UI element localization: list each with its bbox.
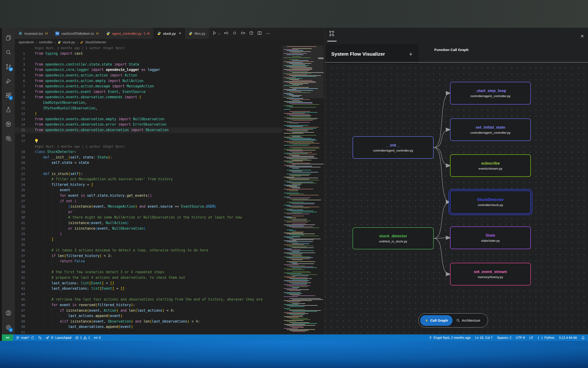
code-line[interactable]: 31 isinstance(event, NullAction) [15, 220, 282, 226]
graph-node-set_event_stream[interactable]: set_event_streammemory/history.py [450, 263, 531, 285]
tab-invariant-tsx[interactable]: Invariant.tsx M [15, 28, 52, 39]
graph-node-start_step_loop[interactable]: _start_step_loopcontroller/agent_control… [450, 82, 531, 104]
timeline-icon[interactable] [249, 31, 254, 36]
launchpad-item[interactable]: Launchpad [46, 336, 71, 340]
breadcrumb-item[interactable]: controller [39, 40, 53, 44]
code-line[interactable]: 25 event [15, 187, 282, 193]
tab-usescrolltobottom-ts[interactable]: TS useScrollToBottom.ts M [52, 28, 103, 39]
graph-canvas[interactable]: Call Graph Architecture __init__controll… [325, 63, 588, 334]
code-line[interactable]: 1from typing import cast [15, 51, 282, 56]
code-line[interactable]: 48 last_actions.append(event) [15, 313, 282, 319]
code-line[interactable]: 10 CmdOutputObservation, [15, 100, 282, 106]
code-line[interactable]: 35 [15, 242, 282, 248]
code-line[interactable]: 44 [15, 292, 282, 297]
code-line[interactable]: 5from opendevin.events.action.action imp… [15, 73, 282, 78]
python-version[interactable]: 3.12.4 64-bit [559, 336, 577, 340]
code-line[interactable]: 11 IPythonRunCellObservation, [15, 106, 282, 111]
breadcrumb-item[interactable]: opendevin [18, 40, 34, 44]
run-dropdown-icon[interactable]: ⌄ [218, 32, 220, 35]
code-line[interactable]: 41 # prepare the last 4 actions and obse… [15, 275, 282, 281]
code-line[interactable]: 12) [15, 111, 282, 117]
git-branch-item[interactable]: main* [16, 336, 34, 340]
ports-item[interactable]: 0 [94, 336, 101, 340]
code-line[interactable]: 2 [15, 56, 282, 62]
testing-icon[interactable] [3, 102, 14, 117]
tab-files-py[interactable]: files.py [185, 28, 209, 39]
flow-panel-tab-icon[interactable] [328, 30, 336, 38]
graph-node-init[interactable]: __init__controller/agent_controller.py [352, 136, 434, 159]
flow-extension-icon[interactable] [3, 117, 14, 131]
minimap[interactable] [282, 46, 324, 333]
code-line[interactable]: 6from opendevin.events.action.empty impo… [15, 78, 282, 84]
code-line[interactable]: 14from opendevin.events.observation.erro… [15, 122, 282, 128]
git-compare-item[interactable] [38, 336, 42, 340]
code-line[interactable]: 17 [15, 138, 282, 144]
code-line[interactable]: 50 last_observations.append(event) [15, 324, 282, 330]
code-line[interactable]: 23 # filter out MessageAction with sourc… [15, 177, 282, 182]
breadcrumb[interactable]: opendevin › controller › stuck.py › Stuc… [15, 39, 325, 46]
extensions-icon[interactable]: 1 [3, 88, 14, 102]
code-line[interactable]: 19 def __init__(self, state: State): [15, 155, 282, 160]
code-line[interactable]: 49 elif isinstance(event, Observation) a… [15, 319, 282, 324]
run-debug-icon[interactable] [3, 74, 14, 88]
notifications-bell-icon[interactable] [581, 336, 585, 340]
add-graph-button[interactable]: + [409, 51, 412, 58]
code-line[interactable]: 7from opendevin.events.action.message im… [15, 84, 282, 89]
code-line[interactable]: 51 [15, 330, 282, 334]
code-line[interactable]: 30 # there might be some NullAction or N… [15, 215, 282, 220]
run-button[interactable] [212, 31, 217, 36]
tab-stuck-py[interactable]: stuck.py × [153, 28, 185, 39]
remote-indicator[interactable]: >< [2, 334, 13, 341]
tab-agent-controller-py[interactable]: agent_controller.py 2, M [103, 28, 153, 39]
search-icon[interactable] [3, 45, 14, 59]
problems-item[interactable]: 1 1 [75, 336, 90, 340]
code-line[interactable]: 24 filtered_history = [ [15, 182, 282, 188]
eol[interactable]: LF [529, 336, 533, 340]
code-line[interactable]: 46 for event in reversed(filtered_histor… [15, 303, 282, 308]
blame-item[interactable]: Engel Nyst, 2 months ago [429, 336, 471, 340]
call-graph-toggle-button[interactable]: Call Graph [420, 315, 453, 326]
code-line[interactable]: 21 [15, 166, 282, 171]
code-line[interactable]: 8from opendevin.events.event import Even… [15, 89, 282, 95]
prev-change-icon[interactable] [224, 31, 229, 36]
code-line[interactable]: 26 for event in self.state.history.get_e… [15, 193, 282, 199]
code-line[interactable]: 36 # it takes 3 actions minimum to detec… [15, 248, 282, 253]
code-line[interactable]: 39 [15, 264, 282, 270]
code-line[interactable]: 28 (isinstance(event, MessageAction) and… [15, 204, 282, 210]
code-line[interactable]: 47 if isinstance(event, Action) and len(… [15, 308, 282, 313]
code-line[interactable]: 38 return False [15, 259, 282, 264]
tab-close-icon[interactable]: × [179, 31, 181, 36]
code-line[interactable]: 37 if len(filtered_history) < 3: [15, 253, 282, 259]
code-line[interactable]: 40 # the first few scenarios detect 3 or… [15, 269, 282, 275]
explorer-icon[interactable] [3, 31, 14, 45]
breadcrumb-item[interactable]: stuck.py [63, 40, 75, 44]
encoding[interactable]: UTF-8 [516, 336, 525, 340]
architecture-toggle-button[interactable]: Architecture [453, 318, 484, 322]
language-mode[interactable]: { } Python [537, 336, 554, 340]
code-line[interactable]: 42 last_actions: list[Event] = [] [15, 281, 282, 286]
code-line[interactable]: 3from opendevin.controller.state.state i… [15, 62, 282, 67]
code-line[interactable]: 9from opendevin.events.observation.comma… [15, 94, 282, 100]
more-actions-icon[interactable]: ⋯ [265, 31, 270, 36]
split-editor-icon[interactable] [257, 31, 262, 36]
graph-node-StuckDetector[interactable]: StuckDetectorcontroller/stuck.py [450, 191, 531, 214]
graph-node-stuck_detector[interactable]: stuck_detectorunit/test_is_stuck.py [352, 227, 434, 249]
panel-close-icon[interactable]: × [581, 33, 584, 39]
code-line[interactable]: 43 last_observations: list[Event] = [] [15, 286, 282, 292]
graph-node-subscribe[interactable]: subscribeevents/stream.py [450, 154, 531, 177]
cursor-position[interactable]: Ln 18, Col 7 [475, 336, 493, 340]
code-line[interactable]: 32 or isinstance(event, NullObservation) [15, 226, 282, 231]
minimap-slider-marker[interactable] [318, 57, 324, 59]
breadcrumb-item[interactable]: StuckDetector [85, 40, 106, 44]
code-line[interactable]: 20 self.state = state [15, 160, 282, 166]
code-line[interactable]: 34 ] [15, 237, 282, 242]
graph-node-set_initial_state[interactable]: set_initial_statecontroller/agent_contro… [450, 119, 531, 141]
settings-gear-icon[interactable]: 1 [3, 320, 14, 334]
code-line[interactable]: 33 ) [15, 231, 282, 237]
source-control-icon[interactable]: 12 [3, 59, 14, 74]
code-line[interactable]: 15from opendevin.events.observation.obse… [15, 128, 282, 133]
code-line[interactable]: 27 if not ( [15, 199, 282, 204]
account-icon[interactable] [3, 306, 14, 320]
code-editor[interactable]: Engel Nyst, 2 months ago | 1 author (Eng… [15, 46, 282, 334]
graph-node-State[interactable]: Statestate/state.py [450, 226, 531, 249]
